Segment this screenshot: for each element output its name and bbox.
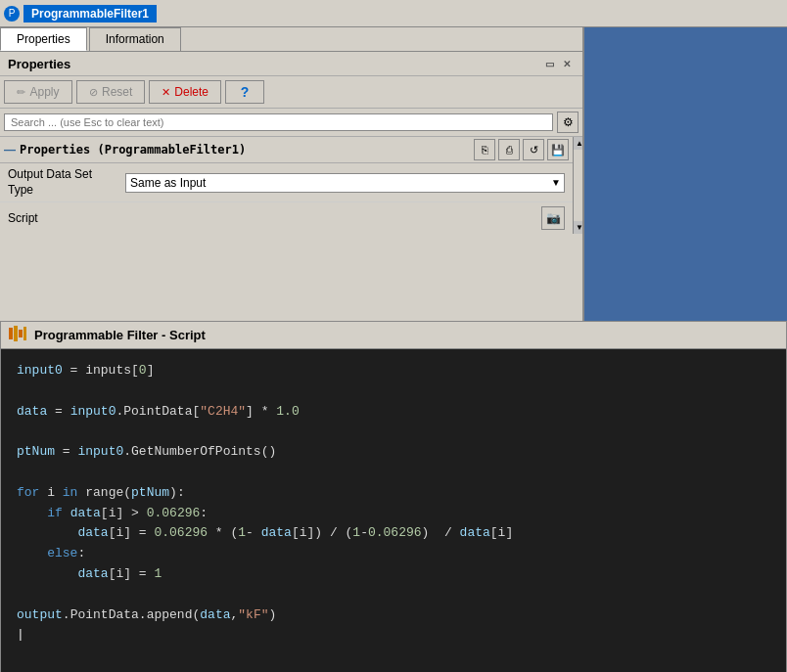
props-section-row: — Properties (ProgrammableFilter1) ⎘ ⎙ ↺ <box>0 137 582 234</box>
code-line-cursor <box>17 625 770 646</box>
code-blank-4 <box>17 585 770 605</box>
search-input[interactable] <box>4 113 553 131</box>
script-row: Script 📷 <box>0 202 573 234</box>
script-panel-title: Programmable Filter - Script <box>34 328 206 342</box>
filter-icon: P <box>4 6 20 22</box>
section-actions: ⎘ ⎙ ↺ 💾 <box>474 139 569 160</box>
minimize-icon[interactable]: ▭ <box>541 56 557 71</box>
search-gear-button[interactable]: ⚙ <box>557 112 579 133</box>
code-blank-2 <box>17 422 770 442</box>
script-content[interactable]: input0 = inputs[0] data = input0.PointDa… <box>1 349 786 672</box>
script-edit-button[interactable]: 📷 <box>541 206 565 230</box>
help-button[interactable]: ? <box>225 80 264 104</box>
svg-rect-3 <box>23 327 26 340</box>
script-panel-header: Programmable Filter - Script <box>1 322 786 349</box>
search-bar: ⚙ <box>0 109 582 137</box>
output-dataset-row: Output Data Set Type Same as Input ▼ <box>0 163 573 202</box>
paste-icon: ⎙ <box>506 144 513 156</box>
scroll-down-arrow[interactable]: ▼ <box>574 221 582 234</box>
reset-icon: ⊘ <box>89 86 98 99</box>
props-section-bar: — Properties (ProgrammableFilter1) ⎘ ⎙ ↺ <box>0 137 573 163</box>
code-line-11: data[i] = 1 <box>17 564 770 585</box>
toolbar: ✏ Apply ⊘ Reset ✕ Delete ? <box>0 76 582 109</box>
code-line-9: data[i] = 0.06296 * (1- data[i]) / (1-0.… <box>17 523 770 544</box>
script-label: Script <box>8 211 541 225</box>
svg-rect-0 <box>9 328 13 339</box>
code-line-7: for i in range(ptNum): <box>17 483 770 504</box>
code-blank-1 <box>17 381 770 402</box>
tab-information[interactable]: Information <box>89 27 181 51</box>
copy-icon: ⎘ <box>482 144 488 156</box>
paste-action-button[interactable]: ⎙ <box>498 139 520 160</box>
save-icon: 💾 <box>551 144 565 157</box>
top-bar: P ProgrammableFilter1 <box>0 0 787 27</box>
svg-rect-2 <box>19 330 23 337</box>
svg-rect-1 <box>14 326 18 341</box>
close-icon[interactable]: ✕ <box>559 56 575 71</box>
delete-button[interactable]: ✕ Delete <box>149 80 221 104</box>
script-panel: Programmable Filter - Script input0 = in… <box>0 321 787 672</box>
script-edit-icon: 📷 <box>546 211 561 225</box>
tab-properties[interactable]: Properties <box>0 27 87 51</box>
gear-icon: ⚙ <box>563 115 574 129</box>
code-line-8: if data[i] > 0.06296: <box>17 504 770 524</box>
code-blank-3 <box>17 463 770 483</box>
delete-icon: ✕ <box>162 86 170 99</box>
code-line-13: output.PointData.append(data,"kF") <box>17 605 770 626</box>
apply-button[interactable]: ✏ Apply <box>4 80 72 104</box>
properties-header: Properties ▭ ✕ <box>0 52 582 76</box>
output-dataset-select[interactable]: Same as Input <box>125 173 565 193</box>
header-icons: ▭ ✕ <box>541 56 575 71</box>
reset-button[interactable]: ⊘ Reset <box>76 80 145 104</box>
code-line-5: ptNum = input0.GetNumberOfPoints() <box>17 442 770 463</box>
code-line-3: data = input0.PointData["C2H4"] * 1.0 <box>17 402 770 423</box>
refresh-icon: ↺ <box>530 144 538 157</box>
save-action-button[interactable]: 💾 <box>547 139 569 160</box>
code-line-10: else: <box>17 544 770 564</box>
properties-header-label: Properties <box>8 57 70 71</box>
script-panel-icon <box>9 326 26 344</box>
output-dataset-label: Output Data Set Type <box>8 167 125 198</box>
apply-icon: ✏ <box>17 86 25 99</box>
top-bar-title: ProgrammableFilter1 <box>23 5 157 22</box>
tabs-bar: Properties Information <box>0 27 582 52</box>
code-line-1: input0 = inputs[0] <box>17 361 770 381</box>
section-title: Properties (ProgrammableFilter1) <box>20 143 470 157</box>
refresh-action-button[interactable]: ↺ <box>523 139 544 160</box>
output-dataset-dropdown-wrapper: Same as Input ▼ <box>125 173 565 193</box>
scroll-up-arrow[interactable]: ▲ <box>574 137 582 150</box>
side-scrollbar[interactable]: ▲ ▼ <box>573 137 582 234</box>
copy-action-button[interactable]: ⎘ <box>474 139 495 160</box>
section-toggle[interactable]: — <box>4 143 16 157</box>
